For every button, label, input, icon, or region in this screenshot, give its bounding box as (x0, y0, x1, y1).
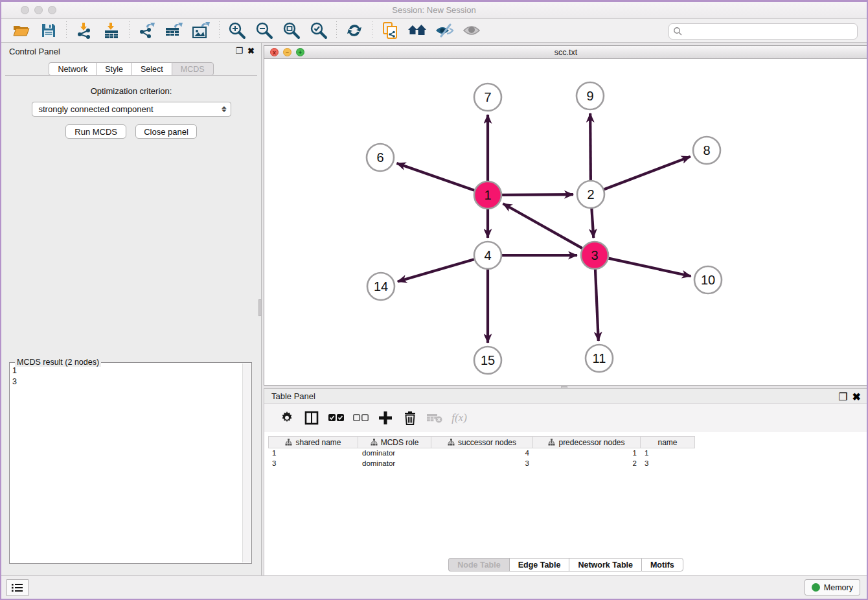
function-builder-icon: f(x) (448, 407, 470, 429)
control-panel: Control Panel ❐ ✖ NetworkStyleSelectMCDS… (1, 43, 262, 575)
import-table-icon[interactable] (100, 20, 122, 41)
table-tabs: Node TableEdge TableNetwork TableMotifs (264, 558, 867, 571)
column-header-predecessor-nodes[interactable]: predecessor nodes (533, 436, 641, 448)
optimization-criterion-dropdown[interactable]: strongly connected component ⏶⏷ (32, 102, 231, 117)
network-canvas[interactable]: 7968124314101511 (264, 59, 867, 385)
task-history-button[interactable] (6, 579, 29, 596)
save-session-icon[interactable] (38, 20, 60, 41)
memory-label: Memory (824, 583, 853, 592)
mcds-result-text[interactable]: 1 3 (12, 365, 241, 562)
column-label: name (657, 438, 677, 447)
node-label-8: 8 (703, 143, 710, 157)
close-panel-button[interactable]: Close panel (135, 124, 197, 139)
zoom-selected-icon[interactable] (308, 20, 330, 41)
open-session-icon[interactable] (10, 20, 32, 41)
column-header-MCDS-role[interactable]: MCDS role (358, 436, 431, 448)
refresh-icon[interactable] (343, 20, 365, 41)
edge-3-10[interactable] (608, 259, 691, 277)
network-window-titlebar[interactable]: x – + scc.txt (264, 46, 867, 59)
table-close-icon[interactable]: ✖ (852, 391, 861, 403)
table-settings-icon[interactable] (276, 407, 298, 429)
tab-mcds[interactable]: MCDS (172, 62, 214, 76)
column-label: MCDS role (381, 438, 419, 447)
window-titlebar: Session: New Session (1, 2, 867, 19)
float-panel-icon[interactable]: ❐ (235, 46, 243, 56)
result-scrollbar[interactable] (242, 363, 251, 562)
edge-1-2[interactable] (502, 194, 573, 195)
table-header-row: shared nameMCDS rolesuccessor nodesprede… (268, 436, 863, 448)
import-network-icon[interactable] (73, 20, 95, 41)
column-header-successor-nodes[interactable]: successor nodes (431, 436, 533, 448)
mcds-tab-content: Optimization criterion: strongly connect… (5, 75, 257, 573)
network-file-icon[interactable] (379, 20, 401, 41)
tab-network-table[interactable]: Network Table (569, 558, 641, 571)
cell-predecessor-nodes[interactable]: 2 (533, 459, 641, 469)
cell-shared-name[interactable]: 3 (268, 459, 358, 469)
show-columns-icon[interactable] (301, 407, 323, 429)
edge-3-11[interactable] (595, 270, 599, 341)
export-image-icon[interactable] (190, 20, 212, 41)
cell-MCDS-role[interactable]: dominator (358, 459, 431, 469)
node-label-14: 14 (374, 279, 388, 294)
cell-MCDS-role[interactable]: dominator (358, 448, 431, 459)
panel-splitter-grip[interactable] (258, 299, 262, 316)
tab-style[interactable]: Style (96, 62, 131, 76)
delete-table-icon (424, 407, 446, 429)
delete-column-icon[interactable] (399, 407, 421, 429)
cell-shared-name[interactable]: 1 (268, 448, 358, 459)
cell-successor-nodes[interactable]: 4 (431, 448, 533, 459)
dropdown-spinner-icon: ⏶⏷ (222, 106, 226, 113)
tab-edge-table[interactable]: Edge Table (509, 558, 569, 571)
column-hierarchy-icon (285, 439, 292, 446)
memory-button[interactable]: Memory (805, 579, 860, 595)
table-float-icon[interactable]: ❐ (838, 391, 847, 403)
cell-predecessor-nodes[interactable]: 1 (533, 448, 641, 459)
column-header-shared-name[interactable]: shared name (268, 436, 358, 448)
tab-network[interactable]: Network (49, 62, 96, 76)
edge-1-6[interactable] (396, 163, 474, 190)
show-icon[interactable] (461, 20, 483, 41)
status-bar: Memory (1, 575, 867, 599)
zoom-in-icon[interactable] (226, 20, 248, 41)
tab-select[interactable]: Select (131, 62, 172, 76)
column-hierarchy-icon (371, 439, 378, 446)
table-panel: Table Panel ❐ ✖ (264, 388, 868, 577)
edge-2-8[interactable] (604, 157, 691, 190)
search-input[interactable] (683, 27, 857, 36)
run-mcds-button[interactable]: Run MCDS (65, 124, 126, 139)
table-row-2[interactable]: 3dominator323 (268, 459, 863, 469)
node-label-3: 3 (591, 248, 598, 262)
column-header-name[interactable]: name (641, 436, 695, 448)
node-label-7: 7 (484, 90, 491, 104)
node-label-15: 15 (481, 353, 495, 367)
control-panel-title: Control Panel (9, 47, 60, 56)
node-label-4: 4 (484, 248, 491, 262)
edge-4-14[interactable] (398, 259, 474, 281)
edge-3-1[interactable] (503, 203, 582, 248)
tab-motifs[interactable]: Motifs (641, 558, 683, 571)
search-icon (673, 27, 683, 36)
edge-2-9[interactable] (590, 113, 591, 180)
cell-name[interactable]: 1 (641, 448, 695, 459)
export-network-icon[interactable] (136, 20, 158, 41)
select-all-icon[interactable] (325, 407, 347, 429)
network-window-title: scc.txt (264, 48, 867, 57)
search-box (668, 23, 858, 40)
edge-2-3[interactable] (591, 209, 593, 238)
create-column-icon[interactable] (374, 407, 396, 429)
zoom-out-icon[interactable] (253, 20, 275, 41)
close-panel-icon[interactable]: ✖ (247, 46, 255, 56)
tab-node-table[interactable]: Node Table (448, 558, 508, 571)
zoom-fit-icon[interactable] (280, 20, 303, 41)
column-label: shared name (295, 438, 341, 447)
hide-icon[interactable] (433, 20, 455, 41)
export-table-icon[interactable] (163, 20, 185, 41)
task-list-icon (12, 583, 23, 592)
node-table: shared nameMCDS rolesuccessor nodesprede… (268, 436, 863, 553)
cell-successor-nodes[interactable]: 3 (431, 459, 533, 469)
cell-name[interactable]: 3 (641, 459, 695, 469)
deselect-all-icon[interactable] (350, 407, 372, 429)
home-icon[interactable] (406, 20, 428, 41)
node-label-11: 11 (593, 351, 606, 365)
table-row-1[interactable]: 1dominator411 (268, 448, 863, 459)
